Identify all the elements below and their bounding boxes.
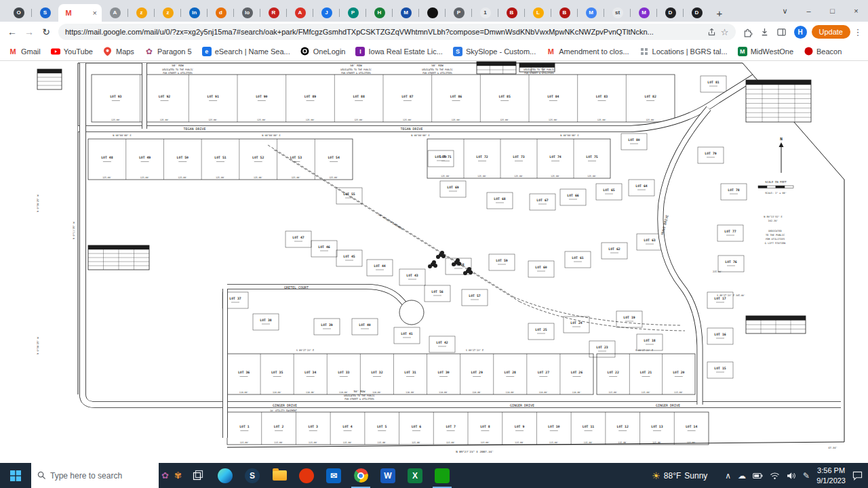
svg-text:DEDICATED TO THE PUBLIC: DEDICATED TO THE PUBLIC bbox=[340, 68, 372, 71]
browser-tab[interactable]: d bbox=[208, 4, 234, 22]
svg-text:LOT 54: LOT 54 bbox=[328, 156, 339, 159]
svg-text:125.00': 125.00' bbox=[102, 176, 112, 179]
bookmark-item[interactable]: MGmail bbox=[8, 47, 41, 56]
address-bar[interactable]: https://mail.google.com/mail/u/0/?zx=xg2… bbox=[58, 24, 736, 40]
maximize-button[interactable]: □ bbox=[821, 0, 844, 22]
browser-tab[interactable]: M bbox=[578, 4, 604, 22]
bookmark-item[interactable]: eeSearch | Name Sea... bbox=[202, 47, 290, 56]
browser-tab[interactable]: P bbox=[340, 4, 366, 22]
browser-tab[interactable]: z bbox=[155, 4, 181, 22]
browser-tab[interactable]: H bbox=[366, 4, 393, 22]
browser-tab[interactable]: st bbox=[604, 4, 631, 22]
browser-tab[interactable]: D bbox=[657, 4, 684, 22]
reload-button[interactable]: ↻ bbox=[39, 26, 54, 37]
browser-tab[interactable]: M bbox=[631, 4, 657, 22]
browser-tab[interactable]: z bbox=[128, 4, 155, 22]
onedrive-cloud-icon[interactable]: ☁ bbox=[738, 471, 746, 481]
browser-tab[interactable]: M bbox=[393, 4, 419, 22]
notifications-icon[interactable] bbox=[852, 471, 863, 481]
svg-text:LOT 34: LOT 34 bbox=[304, 371, 316, 374]
volume-icon[interactable] bbox=[787, 472, 796, 480]
wifi-icon[interactable] bbox=[770, 472, 780, 480]
weather-widget[interactable]: ☀ 88°F Sunny bbox=[652, 470, 707, 481]
forward-button[interactable]: → bbox=[22, 26, 37, 37]
tab-search-icon[interactable]: ∨ bbox=[773, 0, 797, 22]
side-panel-icon[interactable] bbox=[774, 27, 789, 37]
maps-icon bbox=[103, 47, 113, 56]
tab-close-icon[interactable]: × bbox=[93, 9, 97, 17]
svg-text:LOT 45: LOT 45 bbox=[343, 255, 355, 258]
profile-avatar[interactable]: H bbox=[794, 26, 807, 39]
browser-tab[interactable]: in bbox=[181, 4, 208, 22]
bookmark-item[interactable]: Locations | BGRS tal... bbox=[639, 47, 728, 56]
browser-tab[interactable]: B bbox=[498, 4, 525, 22]
taskbar-clock[interactable]: 3:56 PM 9/1/2023 bbox=[816, 466, 846, 485]
taskbar-app-chrome[interactable] bbox=[347, 463, 374, 488]
battery-icon[interactable] bbox=[753, 472, 763, 480]
taskbar-app-word[interactable]: W bbox=[374, 463, 401, 488]
bookmark-item[interactable]: MMidWestOne bbox=[738, 47, 793, 56]
window-controls: ∨ – □ × bbox=[773, 0, 868, 22]
browser-tab[interactable]: B bbox=[551, 4, 578, 22]
taskbar-search-box[interactable]: Type here to search bbox=[31, 463, 159, 488]
tray-expand-icon[interactable]: ∧ bbox=[725, 471, 731, 481]
svg-text:215.00': 215.00' bbox=[713, 270, 722, 273]
browser-tab[interactable]: J bbox=[313, 4, 340, 22]
extensions-puzzle-icon[interactable] bbox=[741, 27, 755, 37]
browser-tab[interactable] bbox=[419, 4, 446, 22]
start-button[interactable] bbox=[0, 463, 31, 488]
search-highlight-icon[interactable]: ✿ bbox=[159, 463, 172, 488]
taskbar-app-file-explorer[interactable] bbox=[266, 463, 293, 488]
bookmark-item[interactable]: MAmendment to clos... bbox=[546, 47, 629, 56]
bookmark-item[interactable]: Beacon bbox=[804, 47, 842, 56]
ring-icon bbox=[300, 47, 310, 56]
back-button[interactable]: ← bbox=[5, 26, 20, 37]
browser-tab[interactable]: lo bbox=[234, 4, 260, 22]
taskbar-app-app-red[interactable] bbox=[293, 463, 320, 488]
svg-text:LOT 17: LOT 17 bbox=[714, 297, 726, 300]
taskbar-app-app-green[interactable] bbox=[429, 463, 456, 488]
bookmark-item[interactable]: SSkySlope - Custom... bbox=[453, 47, 536, 56]
tab-favicon: S bbox=[40, 7, 51, 18]
update-button[interactable]: Update bbox=[812, 25, 850, 39]
tab-active-gmail[interactable]: M× bbox=[58, 4, 102, 22]
browser-tab[interactable]: A bbox=[287, 4, 313, 22]
search-highlight-icon-2[interactable]: ✾ bbox=[172, 463, 184, 488]
tab-favicon: R bbox=[269, 7, 279, 18]
taskbar: Type here to search ✿ ✾ S✉WX ☀ 88°F Sunn… bbox=[0, 463, 868, 488]
svg-text:LOT 35: LOT 35 bbox=[271, 371, 283, 374]
svg-text:LOT 29: LOT 29 bbox=[471, 371, 483, 374]
browser-tab[interactable]: S bbox=[32, 4, 58, 22]
tab-favicon: M bbox=[401, 7, 412, 18]
menu-kebab-icon[interactable]: ⋮ bbox=[852, 27, 863, 37]
minimize-button[interactable]: – bbox=[797, 0, 821, 22]
task-view-button[interactable] bbox=[184, 463, 212, 488]
bookmark-label: Iowa Real Estate Lic... bbox=[368, 47, 442, 56]
downloads-icon[interactable] bbox=[757, 27, 772, 37]
bookmark-star-icon[interactable]: ☆ bbox=[721, 27, 729, 37]
bookmark-item[interactable]: OneLogin bbox=[300, 47, 346, 56]
pen-icon[interactable]: ✎ bbox=[803, 471, 810, 481]
taskbar-app-edge[interactable] bbox=[212, 463, 239, 488]
bookmark-item[interactable]: Maps bbox=[103, 47, 134, 56]
close-button[interactable]: × bbox=[844, 0, 868, 22]
taskbar-app-app-s[interactable]: S bbox=[239, 463, 266, 488]
svg-text:N 89°27'23" E 2087.34': N 89°27'23" E 2087.34' bbox=[456, 450, 493, 453]
browser-tab[interactable]: P bbox=[446, 4, 472, 22]
svg-text:LOT 42: LOT 42 bbox=[436, 341, 448, 344]
svg-text:DEDICATED TO THE PUBLIC: DEDICATED TO THE PUBLIC bbox=[422, 68, 453, 71]
browser-tab[interactable]: L bbox=[525, 4, 551, 22]
browser-tab[interactable]: R bbox=[260, 4, 287, 22]
svg-text:LOT 62: LOT 62 bbox=[608, 247, 620, 251]
taskbar-app-mail[interactable]: ✉ bbox=[320, 463, 347, 488]
browser-tab[interactable]: 1 bbox=[472, 4, 498, 22]
bookmark-item[interactable]: IIowa Real Estate Lic... bbox=[355, 47, 442, 56]
share-icon[interactable] bbox=[707, 28, 716, 37]
bookmark-item[interactable]: YouTube bbox=[51, 47, 93, 56]
new-tab-button[interactable]: + bbox=[710, 4, 729, 22]
browser-tab[interactable]: O bbox=[5, 4, 32, 22]
taskbar-app-excel[interactable]: X bbox=[401, 463, 429, 488]
browser-tab[interactable]: A bbox=[102, 4, 128, 22]
bookmark-item[interactable]: ✿Paragon 5 bbox=[144, 47, 192, 56]
browser-tab[interactable]: D bbox=[684, 4, 710, 22]
